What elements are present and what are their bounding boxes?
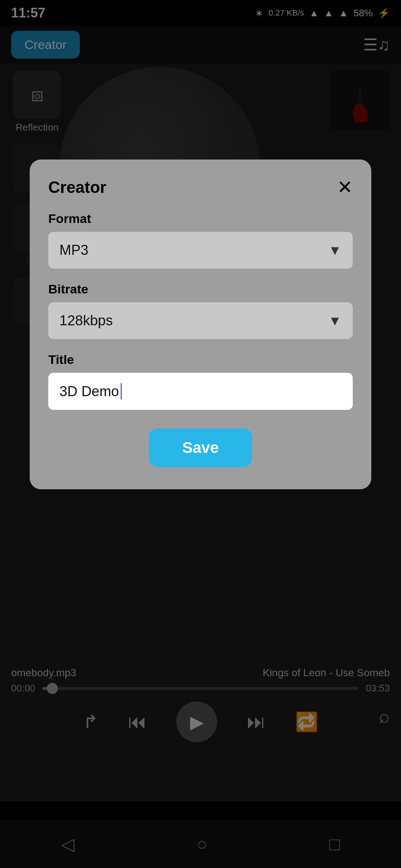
format-select[interactable]: MP3 ▼ <box>48 232 353 269</box>
title-section: Title 3D Demo <box>48 352 353 410</box>
title-input-value: 3D Demo <box>59 384 119 400</box>
format-arrow-icon: ▼ <box>328 243 342 258</box>
title-label: Title <box>48 352 353 367</box>
bitrate-value: 128kbps <box>59 313 113 329</box>
bitrate-select[interactable]: 128kbps ▼ <box>48 302 353 339</box>
format-section: Format MP3 ▼ <box>48 211 353 269</box>
cursor <box>121 383 122 400</box>
format-label: Format <box>48 211 353 226</box>
modal-title: Creator <box>48 178 107 197</box>
bitrate-arrow-icon: ▼ <box>328 313 342 329</box>
bitrate-label: Bitrate <box>48 282 353 296</box>
creator-modal: Creator ✕ Format MP3 ▼ Bitrate 128kbps ▼… <box>30 160 371 489</box>
save-button[interactable]: Save <box>149 428 252 467</box>
modal-header: Creator ✕ <box>48 178 353 197</box>
title-input-wrapper[interactable]: 3D Demo <box>48 373 353 410</box>
format-value: MP3 <box>59 242 88 258</box>
modal-close-button[interactable]: ✕ <box>337 178 353 197</box>
bitrate-section: Bitrate 128kbps ▼ <box>48 282 353 339</box>
